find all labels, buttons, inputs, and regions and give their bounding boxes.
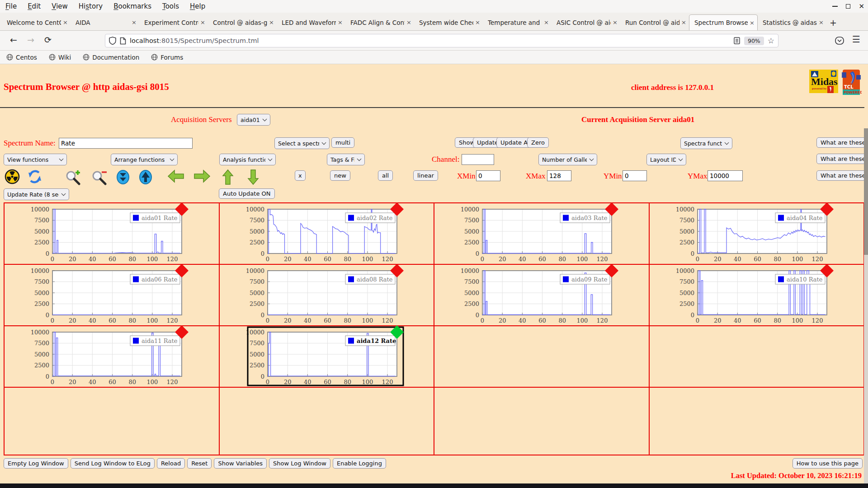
arrow-up-icon[interactable] [222, 169, 234, 187]
what-are-these-button-1[interactable]: What are these? [816, 137, 868, 148]
tab-close-icon[interactable]: × [475, 19, 480, 26]
expand-icon[interactable] [138, 169, 153, 187]
tab-close-icon[interactable]: × [613, 19, 618, 26]
tab-temperature-and-s[interactable]: Temperature and s× [483, 14, 552, 30]
arrange-functions-dropdown[interactable]: Arrange functions [111, 154, 178, 165]
maximize-icon[interactable] [846, 4, 850, 9]
tab-close-icon[interactable]: × [544, 19, 549, 26]
tab-welcome-to-cento[interactable]: Welcome to CentO× [2, 14, 71, 30]
arrow-left-icon[interactable] [167, 169, 184, 185]
tab-close-icon[interactable]: × [819, 19, 824, 26]
bookmark-documentation[interactable]: Documentation [83, 54, 139, 61]
what-are-these-button-2[interactable]: What are these? [816, 154, 868, 164]
new-tab-button[interactable]: + [826, 14, 840, 30]
gallery-cell-aida10-rate[interactable]: 020406080100120025005000750010000aida10 … [650, 265, 864, 325]
spectrum-name-input[interactable] [59, 138, 193, 149]
xmax-input[interactable] [547, 170, 571, 181]
menu-edit[interactable]: Edit [28, 2, 41, 10]
show-variables-button[interactable]: Show Variables [214, 458, 267, 469]
url-text[interactable]: localhost:8015/Spectrum/Spectrum.tml [130, 37, 730, 44]
tab-system-wide-check[interactable]: System wide Check× [414, 14, 483, 30]
tcl-powered-logo[interactable]: TCL POWERED [841, 69, 862, 96]
tab-experiment-contro[interactable]: Experiment Contro× [139, 14, 208, 30]
shield-icon[interactable] [109, 37, 116, 45]
menu-bookmarks[interactable]: Bookmarks [113, 2, 151, 10]
zoom-level-badge[interactable]: 90% [744, 37, 764, 45]
number-of-galleries-dropdown[interactable]: Number of Galleries [538, 154, 597, 165]
linear-button[interactable]: linear [413, 170, 438, 181]
url-bar[interactable]: localhost:8015/Spectrum/Spectrum.tml 90%… [105, 34, 778, 47]
acquisition-server-select[interactable]: aida01 [237, 114, 270, 126]
tags-fits-dropdown[interactable]: Tags & Fits [327, 154, 365, 165]
menu-help[interactable]: Help [190, 2, 205, 10]
tab-close-icon[interactable]: × [406, 19, 411, 26]
reload-button[interactable]: Reload [157, 458, 185, 469]
gallery-cell-aida09-rate[interactable]: 020406080100120025005000750010000aida09 … [434, 265, 649, 325]
tab-close-icon[interactable]: × [681, 19, 686, 26]
x-button[interactable]: x [295, 170, 306, 181]
tab-close-icon[interactable]: × [750, 19, 755, 26]
tab-close-icon[interactable]: × [132, 19, 137, 26]
menu-tools[interactable]: Tools [162, 2, 179, 10]
reload-icon[interactable]: ⟳ [44, 35, 52, 45]
auto-update-button[interactable]: Auto Update ON [219, 188, 275, 199]
what-are-these-button-3[interactable]: What are these? [816, 170, 868, 181]
gallery-cell-aida08-rate[interactable]: 020406080100120025005000750010000aida08 … [220, 265, 434, 325]
multi-button[interactable]: multi [331, 137, 354, 148]
analysis-functions-dropdown[interactable]: Analysis functions [219, 154, 276, 165]
gallery-cell-aida06-rate[interactable]: 020406080100120025005000750010000aida06 … [5, 265, 219, 325]
reset-button[interactable]: Reset [187, 458, 212, 469]
forward-icon[interactable]: → [27, 35, 34, 45]
tab-close-icon[interactable]: × [63, 19, 68, 26]
midas-logo[interactable]: Midas powered by [809, 69, 838, 94]
reader-view-icon[interactable] [734, 37, 741, 44]
menu-history[interactable]: History [79, 2, 103, 10]
spectra-functions-dropdown[interactable]: Spectra functions [680, 137, 732, 149]
tab-run-control-aida[interactable]: Run Control @ aida× [620, 14, 689, 30]
xmin-input[interactable] [476, 170, 500, 181]
bookmark-centos[interactable]: Centos [6, 54, 37, 61]
tab-close-icon[interactable]: × [338, 19, 343, 26]
tab-close-icon[interactable]: × [269, 19, 274, 26]
ymin-input[interactable] [623, 170, 647, 181]
send-log-window-to-elog-button[interactable]: Send Log Window to ELog [71, 458, 155, 469]
bookmark-wiki[interactable]: Wiki [49, 54, 71, 61]
gallery-cell-aida02-rate[interactable]: 020406080100120025005000750010000aida02 … [220, 203, 434, 264]
tab-aida[interactable]: AIDA× [71, 14, 139, 30]
empty-log-window-button[interactable]: Empty Log Window [4, 458, 68, 469]
gallery-cell-aida11-rate[interactable]: 020406080100120025005000750010000aida11 … [5, 326, 219, 387]
bookmark-forums[interactable]: Forums [151, 54, 183, 61]
new-button[interactable]: new [330, 170, 350, 181]
channel-input[interactable] [462, 154, 494, 165]
all-button[interactable]: all [378, 170, 393, 181]
update-rate-dropdown[interactable]: Update Rate (8 secs) [4, 188, 69, 200]
gallery-cell-aida04-rate[interactable]: 020406080100120025005000750010000aida04 … [650, 203, 864, 264]
zoom-out-icon[interactable] [91, 169, 109, 187]
menu-file[interactable]: File [5, 2, 17, 10]
gallery-cell-aida01-rate[interactable]: 020406080100120025005000750010000aida01 … [5, 203, 219, 264]
zero-button[interactable]: Zero [527, 137, 549, 148]
page-scrollbar[interactable] [864, 128, 868, 488]
layout-id-dropdown[interactable]: Layout ID=1 [646, 154, 686, 165]
ymax-input[interactable] [708, 170, 743, 181]
scrollbar-thumb[interactable] [864, 128, 868, 255]
tab-fadc-align-cont[interactable]: FADC Align & Cont× [345, 14, 414, 30]
how-to-use-button[interactable]: How to use this page [793, 458, 863, 469]
collapse-icon[interactable] [115, 169, 131, 187]
view-functions-dropdown[interactable]: View functions [4, 154, 67, 165]
pocket-icon[interactable] [834, 35, 845, 46]
arrow-down-icon[interactable] [247, 169, 259, 187]
radiation-icon[interactable] [5, 169, 20, 186]
menu-view[interactable]: View [52, 2, 68, 10]
back-icon[interactable]: ← [10, 35, 17, 45]
gallery-cell-aida12-rate[interactable]: 020406080100120025005000750010000aida12 … [220, 326, 434, 387]
hamburger-menu-icon[interactable]: ☰ [852, 34, 860, 45]
refresh-icon[interactable] [27, 169, 42, 186]
zoom-in-icon[interactable] [65, 169, 83, 187]
tab-close-icon[interactable]: × [200, 19, 205, 26]
bookmark-star-icon[interactable]: ☆ [768, 36, 774, 45]
gallery-cell-aida03-rate[interactable]: 020406080100120025005000750010000aida03 … [434, 203, 649, 264]
minimize-icon[interactable] [832, 6, 838, 7]
tab-led-and-waveform[interactable]: LED and Waveform× [277, 14, 345, 30]
arrow-right-icon[interactable] [193, 169, 211, 185]
